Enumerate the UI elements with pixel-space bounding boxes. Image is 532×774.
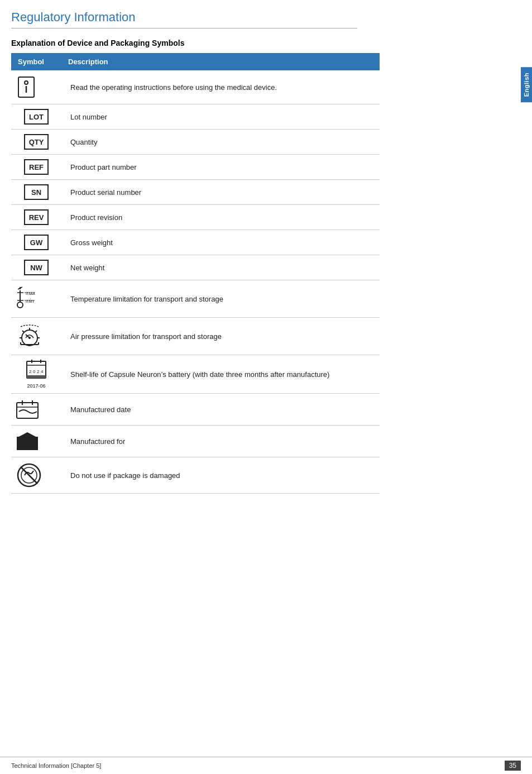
description-cell: Temperature limitation for transport and… (61, 280, 380, 318)
table-row: SNProduct serial number (11, 180, 380, 205)
svg-point-4 (17, 302, 23, 308)
symbol-box-rev: REV (24, 209, 49, 225)
description-cell: Product part number (61, 155, 380, 180)
table-row: Manufactured date (11, 394, 380, 426)
symbol-box-ref: REF (24, 159, 49, 175)
svg-rect-25 (27, 375, 46, 378)
symbol-cell: GW (11, 230, 61, 255)
svg-rect-37 (17, 437, 38, 450)
svg-text:max: max (26, 290, 36, 296)
page-title: Regulatory Information (11, 10, 357, 28)
col-header-symbol: Symbol (11, 53, 61, 70)
footer-text: Technical Information [Chapter 5] (11, 762, 101, 769)
description-cell: Do not use if package is damaged (61, 457, 380, 494)
symbol-cell: LOT (11, 104, 61, 130)
symbol-box-qty: QTY (24, 134, 49, 150)
svg-text:0: 0 (33, 369, 36, 374)
table-row: Manufactured for (11, 426, 380, 457)
svg-text:2: 2 (29, 369, 32, 374)
table-row: QTYQuantity (11, 130, 380, 155)
table-row: NWNet weight (11, 255, 380, 280)
description-cell: Lot number (61, 104, 380, 130)
manufactured-date-icon (16, 398, 41, 421)
symbol-box-nw: NW (24, 260, 49, 275)
table-row: LOTLot number (11, 104, 380, 130)
svg-text:2: 2 (37, 369, 40, 374)
table-row: Do not use if package is damaged (11, 457, 380, 494)
svg-text:4: 4 (41, 369, 44, 374)
symbol-cell (11, 457, 61, 494)
svg-point-20 (28, 337, 31, 339)
symbol-cell: REF (11, 155, 61, 180)
table-row: REVProduct revision (11, 205, 380, 230)
description-cell: Manufactured date (61, 394, 380, 426)
table-row: GWGross weight (11, 230, 380, 255)
svg-text:min: min (26, 298, 34, 304)
symbol-cell (11, 70, 61, 104)
sidebar-language-tab: English (521, 67, 532, 102)
section-title: Explanation of Device and Packaging Symb… (11, 39, 357, 47)
pressure-icon (16, 322, 44, 350)
table-row: REFProduct part number (11, 155, 380, 180)
symbol-box-gw: GW (24, 235, 49, 250)
description-cell: Product revision (61, 205, 380, 230)
symbol-cell (11, 318, 61, 355)
symbol-cell: SN (11, 180, 61, 205)
table-row: Air pressure limitation for transport an… (11, 318, 380, 355)
symbol-cell (11, 394, 61, 426)
symbol-cell: NW (11, 255, 61, 280)
info-icon (16, 75, 40, 99)
description-cell: Gross weight (61, 230, 380, 255)
svg-line-17 (22, 331, 24, 332)
symbol-cell: REV (11, 205, 61, 230)
table-row: 2 0 2 4 2017-06 Shelf-life of Capsule Ne… (11, 355, 380, 394)
page-container: Regulatory Information Explanation of De… (0, 0, 391, 516)
temperature-icon: max min (16, 285, 40, 313)
col-header-description: Description (61, 53, 380, 70)
description-cell: Quantity (61, 130, 380, 155)
svg-line-41 (21, 467, 37, 484)
svg-marker-38 (17, 432, 38, 438)
symbol-box-lot: LOT (24, 109, 49, 125)
no-damage-icon (16, 462, 42, 489)
shelf-life-icon: 2 0 2 4 2017-06 (16, 360, 57, 389)
manufactured-for-icon (16, 430, 41, 452)
page-footer: Technical Information [Chapter 5] 35 (0, 757, 532, 774)
description-cell: Manufactured for (61, 426, 380, 457)
svg-point-1 (25, 81, 28, 84)
symbol-cell: max min (11, 280, 61, 318)
symbol-box-sn: SN (24, 184, 49, 200)
description-cell: Product serial number (61, 180, 380, 205)
svg-line-18 (35, 331, 37, 332)
symbols-table: Symbol Description Read the operating in… (11, 53, 380, 494)
symbol-cell (11, 426, 61, 457)
symbol-cell: 2 0 2 4 2017-06 (11, 355, 61, 394)
table-row: max min Temperature limitation for trans… (11, 280, 380, 318)
description-cell: Net weight (61, 255, 380, 280)
description-cell: Shelf-life of Capsule Neuron’s battery (… (61, 355, 380, 394)
symbol-cell: QTY (11, 130, 61, 155)
description-cell: Air pressure limitation for transport an… (61, 318, 380, 355)
table-row: Read the operating instructions before u… (11, 70, 380, 104)
description-cell: Read the operating instructions before u… (61, 70, 380, 104)
footer-page-number: 35 (505, 761, 521, 771)
